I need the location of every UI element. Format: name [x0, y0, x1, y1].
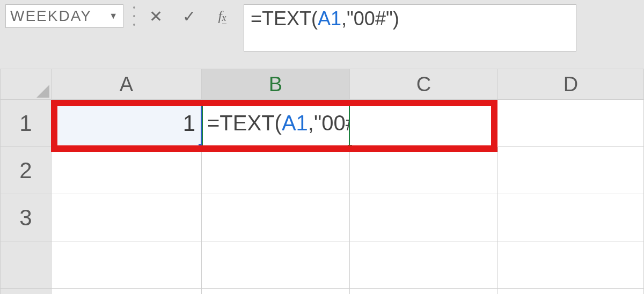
cancel-button[interactable]: ✕	[144, 4, 167, 28]
formula-text-prefix: =TEXT(	[251, 8, 318, 30]
name-box[interactable]: WEEKDAY ▼	[5, 4, 123, 28]
cell-B4[interactable]	[202, 241, 350, 289]
spreadsheet-grid: A B C D 1 2 3 1 =TEXT(A1,"00#")	[0, 59, 644, 294]
cell-C4[interactable]	[350, 241, 498, 289]
fill-handle[interactable]	[348, 145, 352, 149]
formula-toolbar: WEEKDAY ▼ ✕ ✓ fx =TEXT(A1,"00#")	[0, 0, 644, 59]
fx-icon: f	[218, 8, 222, 24]
formula-text-suffix: ,"00#")	[341, 8, 399, 30]
row-headers: 1 2 3	[0, 100, 52, 294]
cell-D4[interactable]	[498, 241, 644, 289]
cell-A4[interactable]	[52, 241, 202, 289]
cell-C2[interactable]	[350, 147, 498, 194]
cell-D3[interactable]	[498, 194, 644, 241]
row-header-2[interactable]: 2	[0, 147, 52, 194]
row-header-5[interactable]	[0, 289, 52, 294]
column-header-B[interactable]: B	[202, 69, 350, 100]
column-header-D[interactable]: D	[498, 69, 644, 100]
cell-A5[interactable]	[52, 289, 202, 294]
cell-A1[interactable]: 1	[52, 100, 202, 147]
select-all-corner[interactable]	[0, 69, 52, 100]
row-header-3[interactable]: 3	[0, 194, 52, 241]
row-header-4[interactable]	[0, 241, 52, 289]
row-header-1[interactable]: 1	[0, 100, 52, 147]
cell-D2[interactable]	[498, 147, 644, 194]
cell-A2[interactable]	[52, 147, 202, 194]
cell-A1-value: 1	[183, 111, 195, 136]
column-headers: A B C D	[0, 69, 644, 100]
cell-C5[interactable]	[350, 289, 498, 294]
formula-cell-ref: A1	[318, 8, 341, 30]
name-box-value: WEEKDAY	[10, 8, 92, 25]
cell-B5[interactable]	[202, 289, 350, 294]
cell-B3[interactable]	[202, 194, 350, 241]
active-cell-border	[202, 100, 350, 147]
svg-marker-0	[36, 85, 49, 98]
column-header-A[interactable]: A	[52, 69, 202, 100]
cell-C3[interactable]	[350, 194, 498, 241]
separator	[133, 6, 134, 26]
dropdown-icon[interactable]: ▼	[109, 11, 119, 21]
formula-overflow-cover	[350, 100, 498, 147]
check-icon: ✓	[182, 7, 196, 26]
confirm-button[interactable]: ✓	[177, 4, 201, 28]
column-header-C[interactable]: C	[350, 69, 498, 100]
cell-A3[interactable]	[52, 194, 202, 241]
insert-function-button[interactable]: fx	[210, 4, 234, 28]
formula-bar[interactable]: =TEXT(A1,"00#")	[244, 4, 576, 52]
cell-B2[interactable]	[202, 147, 350, 194]
cell-D5[interactable]	[498, 289, 644, 294]
x-icon: ✕	[149, 7, 163, 26]
cell-D1[interactable]	[498, 100, 644, 147]
